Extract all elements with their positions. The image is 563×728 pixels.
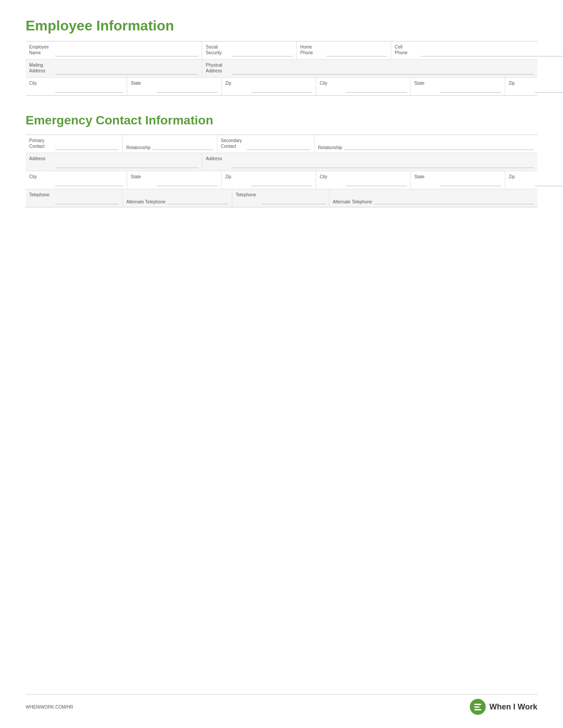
primary-contact-input[interactable] — [55, 142, 119, 150]
employee-name-label: Employee Name — [29, 44, 53, 56]
secondary-relationship-input[interactable] — [344, 142, 534, 150]
logo-line-3 — [474, 709, 481, 710]
mailing-address-cell: Mailing Address — [26, 60, 202, 77]
secondary-zip-cell: Zip — [505, 171, 563, 189]
ssn-input[interactable] — [232, 49, 293, 56]
employee-info-section: Employee Name Social Security Home Phone… — [26, 41, 537, 96]
primary-zip-cell: Zip — [222, 171, 316, 189]
primary-city-cell: City — [26, 171, 127, 189]
logo-line-1 — [474, 704, 481, 705]
ec-row-4: Telephone Alternate Telephone Telephone … — [26, 189, 537, 207]
primary-alt-wrapper: Alternate Telephone — [126, 192, 228, 204]
logo-lines — [471, 704, 485, 710]
secondary-state-input[interactable] — [440, 178, 501, 186]
employee-row-2: Mailing Address Physical Address — [26, 60, 537, 78]
physical-city-input[interactable] — [346, 85, 407, 93]
physical-state-input[interactable] — [440, 85, 501, 93]
footer-logo: When I Work — [470, 699, 537, 715]
primary-alt-telephone-input[interactable] — [167, 196, 228, 204]
primary-address-input[interactable] — [55, 160, 198, 168]
primary-telephone-input[interactable] — [55, 196, 119, 204]
secondary-zip-input[interactable] — [535, 178, 563, 186]
primary-zip-input[interactable] — [251, 178, 312, 186]
logo-icon — [470, 699, 486, 715]
secondary-alt-telephone-input[interactable] — [374, 196, 534, 204]
ec-row-3: City State Zip City State Zip — [26, 171, 537, 189]
logo-line-2 — [474, 706, 480, 708]
secondary-alt-telephone-cell: Alternate Telephone — [329, 189, 537, 207]
emergency-contact-title: Emergency Contact Information — [26, 113, 537, 128]
primary-zip-label: Zip — [225, 174, 249, 186]
primary-address-label: Address — [29, 156, 53, 168]
physical-city-cell: City — [316, 78, 411, 95]
secondary-contact-label: Secondary Contact — [221, 138, 245, 150]
secondary-state-cell: State — [411, 171, 505, 189]
primary-alt-telephone-cell: Alternate Telephone — [123, 189, 232, 207]
employee-row-1: Employee Name Social Security Home Phone… — [26, 41, 537, 60]
mailing-city-label: City — [29, 80, 53, 93]
cell-phone-cell: Cell Phone — [391, 41, 563, 59]
mailing-zip-input[interactable] — [251, 85, 312, 93]
mailing-state-cell: State — [127, 78, 222, 95]
primary-alt-telephone-label: Alternate Telephone — [126, 199, 166, 204]
cell-phone-input[interactable] — [421, 49, 563, 56]
physical-zip-label: Zip — [509, 80, 533, 93]
primary-city-label: City — [29, 174, 53, 186]
primary-relationship-cell: Relationship — [123, 135, 217, 153]
primary-relationship-label: Relationship — [126, 145, 151, 150]
secondary-city-label: City — [320, 174, 344, 186]
home-phone-input[interactable] — [326, 49, 387, 56]
ssn-cell: Social Security — [202, 41, 297, 59]
employee-info-title: Employee Information — [26, 18, 537, 34]
physical-state-cell: State — [411, 78, 505, 95]
physical-zip-cell: Zip — [505, 78, 563, 95]
primary-city-input[interactable] — [55, 178, 123, 186]
secondary-address-input[interactable] — [232, 160, 534, 168]
footer-url: WHENIWORK.COM/HR — [26, 705, 73, 709]
secondary-relationship-wrapper: Relationship — [318, 138, 534, 150]
primary-contact-cell: Primary Contact — [26, 135, 123, 153]
secondary-telephone-label: Telephone — [236, 192, 260, 204]
mailing-zip-label: Zip — [225, 80, 249, 93]
secondary-city-input[interactable] — [346, 178, 407, 186]
primary-state-input[interactable] — [157, 178, 218, 186]
secondary-address-cell: Address — [202, 153, 537, 171]
secondary-relationship-cell: Relationship — [314, 135, 537, 153]
primary-state-cell: State — [127, 171, 222, 189]
secondary-alt-wrapper: Alternate Telephone — [333, 192, 534, 204]
employee-name-cell: Employee Name — [26, 41, 202, 59]
secondary-contact-cell: Secondary Contact — [217, 135, 314, 153]
physical-address-label: Physical Address — [206, 62, 230, 75]
cell-phone-label: Cell Phone — [395, 44, 419, 56]
ec-row-1: Primary Contact Relationship Secondary C… — [26, 135, 537, 153]
primary-relationship-input[interactable] — [152, 142, 213, 150]
primary-contact-label: Primary Contact — [29, 138, 53, 150]
home-phone-label: Home Phone — [300, 44, 325, 56]
footer: WHENIWORK.COM/HR When I Work — [26, 694, 537, 715]
mailing-city-input[interactable] — [55, 85, 123, 93]
primary-telephone-label: Telephone — [29, 192, 53, 204]
home-phone-cell: Home Phone — [297, 41, 391, 59]
employee-name-input[interactable] — [55, 49, 198, 56]
secondary-zip-label: Zip — [509, 174, 533, 186]
secondary-state-label: State — [414, 174, 438, 186]
secondary-telephone-cell: Telephone — [232, 189, 329, 207]
primary-telephone-cell: Telephone — [26, 189, 123, 207]
secondary-relationship-label: Relationship — [318, 145, 342, 150]
primary-relationship-wrapper: Relationship — [126, 138, 213, 150]
mailing-state-input[interactable] — [157, 85, 218, 93]
secondary-telephone-input[interactable] — [262, 196, 325, 204]
ssn-label: Social Security — [206, 44, 230, 56]
secondary-contact-input[interactable] — [247, 142, 310, 150]
mailing-city-cell: City — [26, 78, 127, 95]
physical-address-cell: Physical Address — [202, 60, 537, 77]
primary-address-cell: Address — [26, 153, 202, 171]
physical-state-label: State — [414, 80, 438, 93]
physical-city-label: City — [320, 80, 344, 93]
physical-zip-input[interactable] — [535, 85, 563, 93]
logo-text: When I Work — [489, 702, 537, 712]
physical-address-input[interactable] — [232, 67, 534, 75]
secondary-address-label: Address — [206, 156, 230, 168]
mailing-address-input[interactable] — [55, 67, 198, 75]
page: Employee Information Employee Name Socia… — [0, 0, 563, 728]
